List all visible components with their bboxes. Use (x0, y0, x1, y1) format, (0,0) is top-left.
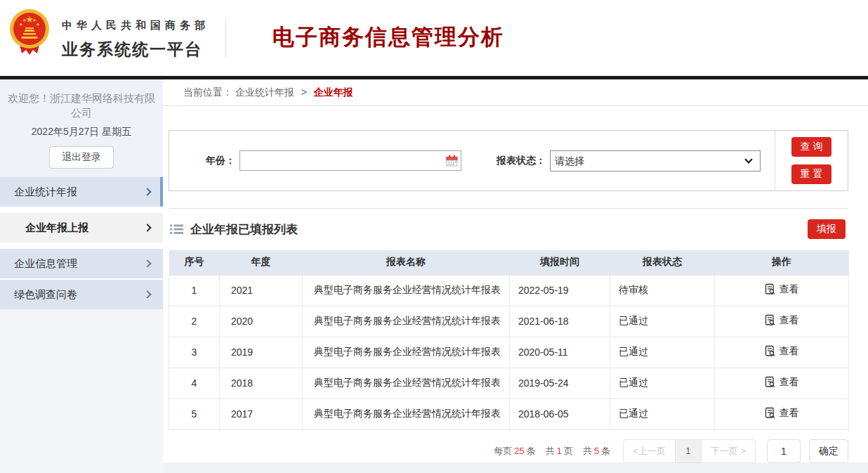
cell-index: 2 (169, 306, 220, 337)
cell-report-name: 典型电子商务服务企业经营情况统计年报表 (303, 368, 510, 399)
per-page-stat: 每页25条 (494, 445, 535, 458)
main-area: 当前位置： 企业统计年报 > 企业年报 年份： (163, 79, 868, 473)
status-label: 报表状态： (497, 155, 546, 167)
section-title: 企业年报已填报列表 (190, 221, 298, 238)
cell-status: 待审核 (610, 275, 715, 306)
menu-gap (0, 242, 163, 249)
view-document-icon (765, 283, 775, 295)
total-pages-stat: 共1页 (546, 445, 573, 458)
view-document-icon (765, 407, 775, 419)
national-emblem-icon: ★ ★ ★ ★ ★ (9, 8, 50, 56)
total-items-stat: 共5条 (583, 445, 610, 458)
view-document-icon (765, 376, 775, 388)
platform-name: 业务系统统一平台 (62, 39, 209, 60)
cell-year: 2020 (220, 306, 303, 337)
breadcrumb-separator: > (301, 86, 307, 98)
view-label: 查看 (780, 376, 799, 389)
sidebar-item-annual-report-upload[interactable]: 企业年报上报 (0, 213, 163, 242)
search-panel: 年份： 报 (169, 130, 848, 191)
view-label: 查看 (780, 283, 799, 296)
table-row: 5 2017 典型电子商务服务企业经营情况统计年报表 2018-06-05 已通… (169, 399, 849, 429)
query-button[interactable]: 查 询 (791, 137, 831, 157)
logout-button[interactable]: 退出登录 (49, 146, 114, 169)
header-divider (225, 18, 226, 58)
welcome-message: 欢迎您！浙江建华网络科技有限公司 (7, 91, 156, 120)
cell-fill-time: 2021-06-18 (510, 306, 610, 337)
confirm-page-button[interactable]: 确定 (809, 439, 848, 463)
view-document-icon (765, 345, 775, 357)
cell-report-name: 典型电子商务服务企业经营情况统计年报表 (303, 306, 510, 337)
cell-fill-time: 2022-05-19 (510, 275, 610, 306)
calendar-icon[interactable] (446, 155, 458, 167)
total-pages-count: 1 (557, 446, 562, 456)
view-link[interactable]: 查看 (765, 376, 799, 389)
view-label: 查看 (780, 407, 799, 420)
cell-actions: 查看 (715, 337, 849, 368)
cell-report-name: 典型电子商务服务企业经营情况统计年报表 (303, 275, 510, 306)
brand-block: 中华人民共和国商务部 业务系统统一平台 (62, 19, 209, 60)
view-link[interactable]: 查看 (765, 314, 799, 327)
page-title: 电子商务信息管理分析 (272, 22, 504, 52)
chevron-right-icon (143, 290, 151, 298)
cell-index: 4 (169, 368, 220, 399)
sidebar-item-green-survey[interactable]: 绿色调查问卷 (0, 280, 163, 309)
cell-status: 已通过 (610, 337, 715, 368)
chevron-right-icon (143, 259, 151, 267)
year-input[interactable] (239, 150, 461, 171)
breadcrumb-parent-link[interactable]: 企业统计年报 (235, 86, 294, 98)
year-label: 年份： (206, 155, 235, 167)
cell-actions: 查看 (715, 399, 849, 429)
breadcrumb-prefix: 当前位置： (183, 86, 232, 98)
cell-fill-time: 2019-05-24 (510, 368, 610, 399)
current-page-button[interactable]: 1 (675, 439, 702, 463)
list-icon (170, 224, 183, 235)
fill-report-button[interactable]: 填报 (808, 219, 846, 239)
menu-gap (0, 207, 163, 213)
search-actions: 查 询 重 置 (775, 131, 848, 190)
cell-index: 5 (169, 399, 220, 429)
sidebar-item-annual-statistics-report[interactable]: 企业统计年报 (0, 177, 163, 207)
sidebar-item-label: 企业统计年报 (14, 186, 77, 199)
table-row: 4 2018 典型电子商务服务企业经营情况统计年报表 2019-05-24 已通… (169, 368, 849, 399)
total-items-count: 5 (594, 446, 599, 456)
cell-year: 2018 (220, 368, 303, 399)
table-header-row: 序号 年度 报表名称 填报时间 报表状态 操作 (169, 250, 849, 275)
cell-actions: 查看 (715, 275, 849, 306)
svg-text:★: ★ (22, 18, 27, 23)
cell-report-name: 典型电子商务服务企业经营情况统计年报表 (303, 337, 510, 368)
col-header-status: 报表状态 (610, 250, 715, 275)
breadcrumb: 当前位置： 企业统计年报 > 企业年报 (163, 79, 868, 106)
status-select[interactable]: 请选择 (550, 150, 761, 171)
cell-index: 1 (169, 275, 220, 306)
view-link[interactable]: 查看 (765, 345, 799, 358)
cell-status: 已通过 (610, 399, 715, 429)
cell-fill-time: 2018-06-05 (510, 399, 610, 429)
page-number-input[interactable] (767, 439, 801, 463)
cell-actions: 查看 (715, 368, 849, 399)
chevron-right-icon (143, 188, 151, 195)
reset-button[interactable]: 重 置 (791, 164, 831, 184)
table-row: 3 2019 典型电子商务服务企业经营情况统计年报表 2020-05-11 已通… (169, 337, 849, 368)
cell-status: 已通过 (610, 368, 715, 399)
sidebar-item-enterprise-info[interactable]: 企业信息管理 (0, 249, 163, 278)
ministry-name: 中华人民共和国商务部 (62, 19, 209, 32)
view-link[interactable]: 查看 (765, 283, 799, 296)
table-row: 2 2020 典型电子商务服务企业经营情况统计年报表 2021-06-18 已通… (169, 306, 849, 337)
page-nav-group: <上一页 1 下一页 > (623, 439, 756, 463)
app-header: ★ ★ ★ ★ ★ 中华人民共和国商务部 业务系统统一平台 电子商务信息管理分析 (0, 0, 868, 76)
breadcrumb-current: 企业年报 (314, 86, 353, 98)
current-date: 2022年5月27日 星期五 (7, 126, 156, 138)
view-link[interactable]: 查看 (765, 407, 799, 420)
sidebar-item-label: 企业年报上报 (25, 221, 88, 235)
prev-page-button[interactable]: <上一页 (623, 439, 676, 463)
cell-year: 2021 (220, 275, 303, 306)
cell-year: 2017 (220, 399, 303, 429)
chevron-right-icon (143, 223, 151, 231)
view-label: 查看 (780, 314, 799, 327)
next-page-button[interactable]: 下一页 > (701, 439, 756, 463)
svg-text:★: ★ (36, 22, 40, 27)
col-header-actions: 操作 (715, 250, 849, 275)
section-divider (169, 208, 848, 209)
col-header-index: 序号 (169, 250, 220, 275)
annual-report-table: 序号 年度 报表名称 填报时间 报表状态 操作 1 2021 典型电子商务服务企… (169, 250, 849, 430)
